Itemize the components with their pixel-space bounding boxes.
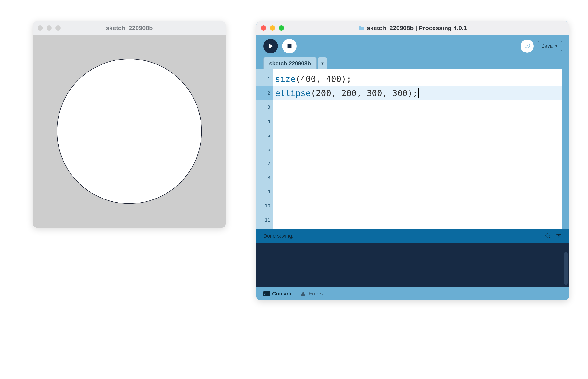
zoom-icon[interactable] (279, 25, 284, 31)
code-keyword: ellipse (275, 88, 311, 98)
line-number: 11 (256, 213, 273, 227)
bottom-tab-strip: Console Errors (256, 287, 569, 300)
sketch-output-window: sketch_220908b (33, 21, 226, 228)
line-number: 4 (256, 114, 273, 128)
editor-area: 1234567891011 size(400, 400);ellipse(200… (256, 69, 569, 229)
tab-label: sketch 220908b (269, 60, 311, 67)
code-line[interactable]: size(400, 400); (273, 72, 562, 86)
butterfly-icon (524, 43, 531, 50)
line-number: 8 (256, 171, 273, 185)
code-line[interactable] (273, 213, 562, 227)
svg-point-1 (57, 59, 202, 204)
code-line[interactable] (273, 142, 562, 157)
line-number: 9 (256, 185, 273, 199)
sketch-titlebar[interactable]: sketch_220908b (33, 21, 226, 35)
svg-rect-7 (303, 293, 303, 295)
console-scrollbar[interactable] (564, 252, 568, 285)
minimize-icon[interactable] (270, 25, 275, 31)
svg-rect-2 (287, 44, 291, 48)
run-button[interactable] (263, 39, 278, 53)
code-line[interactable] (273, 128, 562, 142)
line-number: 5 (256, 128, 273, 142)
code-text: (400, 400); (296, 74, 351, 84)
text-cursor (418, 88, 419, 98)
play-icon (268, 43, 274, 49)
code-line[interactable] (273, 185, 562, 199)
close-icon[interactable] (261, 25, 266, 31)
code-line[interactable] (273, 199, 562, 213)
line-number-gutter: 1234567891011 (256, 69, 273, 229)
status-message: Done saving. (263, 233, 540, 239)
minimize-icon[interactable] (46, 25, 52, 31)
errors-tab[interactable]: Errors (300, 291, 323, 297)
collapse-icon[interactable] (556, 233, 562, 239)
sketch-window-title: sketch_220908b (33, 24, 226, 32)
errors-tab-label: Errors (309, 291, 323, 297)
warning-icon (300, 291, 306, 296)
tab-strip: sketch 220908b ▼ (256, 57, 569, 69)
code-line[interactable] (273, 157, 562, 171)
line-number: 6 (256, 142, 273, 157)
code-keyword: size (275, 74, 296, 84)
tab-dropdown[interactable]: ▼ (318, 57, 327, 69)
ide-titlebar[interactable]: sketch_220908b | Processing 4.0.1 (256, 21, 569, 35)
code-line[interactable] (273, 114, 562, 128)
svg-line-4 (549, 237, 550, 238)
stop-icon (286, 43, 292, 49)
code-line[interactable] (273, 100, 562, 114)
svg-point-3 (546, 234, 549, 237)
line-number: 1 (256, 72, 273, 86)
close-icon[interactable] (38, 25, 43, 31)
line-number: 2 (256, 86, 273, 100)
console-tab[interactable]: Console (263, 291, 293, 297)
folder-icon (358, 25, 364, 31)
line-number: 7 (256, 157, 273, 171)
chevron-down-icon: ▼ (555, 44, 558, 48)
ide-toolbar: Java ▼ (256, 35, 569, 57)
code-line[interactable]: ellipse(200, 200, 300, 300); (273, 86, 562, 100)
terminal-icon (263, 291, 270, 296)
zoom-icon[interactable] (56, 25, 61, 31)
mode-selector[interactable]: Java ▼ (538, 41, 562, 51)
search-icon[interactable] (545, 233, 551, 239)
processing-ide-window: sketch_220908b | Processing 4.0.1 Java ▼… (256, 21, 569, 300)
code-line[interactable] (273, 171, 562, 185)
ide-window-title: sketch_220908b | Processing 4.0.1 (367, 24, 467, 32)
sketch-drawing (33, 35, 226, 228)
line-number: 3 (256, 100, 273, 114)
stop-button[interactable] (282, 39, 297, 53)
code-editor[interactable]: size(400, 400);ellipse(200, 200, 300, 30… (273, 69, 562, 229)
debug-button[interactable] (521, 40, 534, 53)
sketch-tab[interactable]: sketch 220908b (263, 57, 317, 69)
console-tab-label: Console (272, 291, 293, 297)
line-number: 10 (256, 199, 273, 213)
code-text: (200, 200, 300, 300); (311, 88, 418, 98)
sketch-canvas (33, 35, 226, 228)
status-bar: Done saving. (256, 229, 569, 243)
svg-rect-8 (303, 295, 303, 296)
mode-label: Java (542, 43, 553, 49)
console-output[interactable] (256, 243, 569, 287)
chevron-down-icon: ▼ (321, 61, 324, 66)
svg-rect-6 (263, 291, 270, 296)
